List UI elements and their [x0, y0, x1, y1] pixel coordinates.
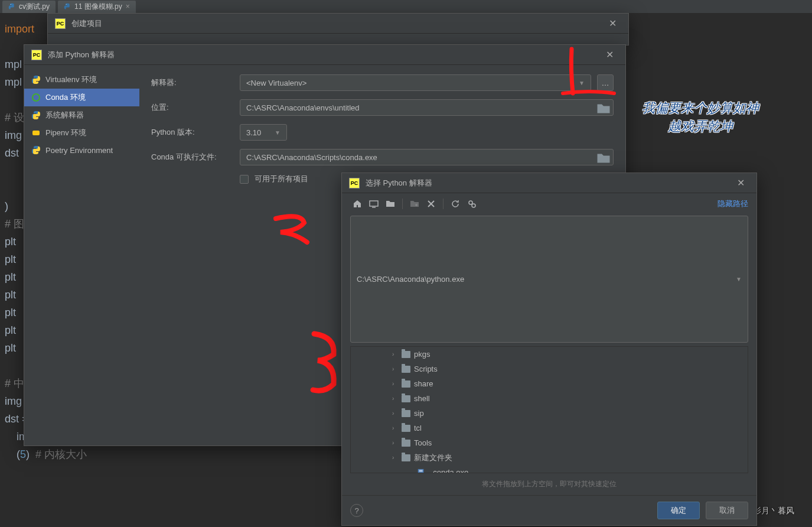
poetry-icon — [31, 145, 41, 155]
editor-tab-bar: cv测试.py 11 图像模糊.py × — [0, 0, 812, 13]
pycharm-icon: PC — [55, 18, 66, 29]
python-icon — [8, 3, 15, 10]
help-button[interactable]: ? — [350, 504, 363, 517]
expand-icon: › — [392, 395, 398, 402]
tree-item-label: pkgs — [414, 350, 430, 359]
svg-point-1 — [66, 4, 67, 5]
folder-icon — [402, 440, 410, 447]
python-icon — [31, 110, 41, 120]
tree-item-label: 新建文件夹 — [414, 453, 452, 463]
sidebar-item-poetry[interactable]: Poetry Environment — [24, 142, 139, 158]
chevron-down-icon: ▼ — [579, 80, 585, 86]
svg-rect-8 — [419, 470, 423, 470]
folder-icon — [402, 410, 410, 417]
pycharm-icon: PC — [349, 178, 360, 188]
sidebar-item-pipenv[interactable]: Pipenv 环境 — [24, 124, 139, 142]
tab-label: 11 图像模糊.py — [74, 2, 122, 12]
expand-icon: › — [392, 440, 398, 446]
sidebar-item-label: Virtualenv 环境 — [45, 74, 97, 85]
new-folder-button — [407, 197, 422, 211]
svg-rect-4 — [370, 201, 378, 206]
tree-folder[interactable]: ›Tools — [351, 435, 748, 450]
refresh-button[interactable] — [448, 197, 462, 211]
folder-icon — [402, 454, 410, 461]
close-button[interactable]: ✕ — [604, 15, 621, 31]
close-button[interactable]: ✕ — [732, 175, 749, 191]
interpreter-combo[interactable]: <New Virtualenv> ▼ — [240, 74, 591, 91]
tree-item-label: Scripts — [414, 365, 438, 373]
tab-label: cv测试.py — [19, 2, 50, 12]
svg-rect-9 — [419, 471, 423, 471]
folder-icon — [402, 351, 410, 358]
sidebar-item-label: 系统解释器 — [45, 110, 84, 121]
folder-icon — [402, 425, 410, 432]
close-icon[interactable]: × — [126, 2, 130, 11]
interpreter-label: 解释器: — [151, 77, 234, 88]
path-input[interactable]: C:\ASRC\Anaconda\python.exe ▼ — [350, 216, 748, 343]
expand-icon: › — [392, 366, 398, 372]
conda-icon — [31, 93, 41, 102]
tree-item-label: Tools — [414, 438, 432, 447]
desktop-button[interactable] — [367, 197, 381, 211]
hide-path-link[interactable]: 隐藏路径 — [718, 199, 748, 209]
tree-item-label: sip — [414, 409, 424, 418]
chevron-down-icon: ▼ — [275, 129, 281, 136]
python-icon — [31, 75, 41, 84]
tree-folder[interactable]: ›新建文件夹 — [351, 450, 748, 465]
location-label: 位置: — [151, 102, 234, 113]
svg-point-2 — [32, 94, 40, 101]
tree-folder[interactable]: ›sip — [351, 406, 748, 421]
svg-point-5 — [469, 201, 472, 204]
sidebar-item-virtualenv[interactable]: Virtualenv 环境 — [24, 71, 139, 89]
sidebar-item-label: Pipenv 环境 — [45, 128, 86, 138]
select-interpreter-dialog: PC 选择 Python 解释器 ✕ 隐藏路径 C:\ASRC\Anaconda… — [341, 173, 757, 526]
tree-folder[interactable]: ›pkgs — [351, 347, 748, 362]
editor-tab[interactable]: cv测试.py — [2, 1, 56, 13]
pyversion-label: Python 版本: — [151, 127, 234, 138]
folder-icon — [402, 395, 410, 402]
svg-rect-3 — [32, 131, 40, 135]
expand-icon: › — [392, 351, 398, 357]
close-button[interactable]: ✕ — [601, 47, 618, 63]
expand-icon: › — [392, 425, 398, 431]
tree-file[interactable]: _conda.exe — [351, 465, 748, 473]
tree-item-label: tcl — [414, 424, 422, 432]
folder-icon[interactable] — [596, 151, 611, 165]
create-project-dialog: PC 创建项目 ✕ — [47, 13, 629, 45]
cancel-button[interactable]: 取消 — [706, 502, 748, 519]
file-tree[interactable]: ›pkgs›Scripts›share›shell›sip›tcl›Tools›… — [350, 346, 748, 473]
conda-exe-input[interactable]: C:\ASRC\Anaconda\Scripts\conda.exe — [240, 149, 614, 165]
drop-hint: 将文件拖放到上方空间，即可对其快速定位 — [342, 473, 756, 495]
tree-folder[interactable]: ›share — [351, 376, 748, 391]
dialog-title: 选择 Python 解释器 — [366, 178, 432, 188]
pycharm-icon: PC — [31, 50, 42, 60]
tree-folder[interactable]: ›Scripts — [351, 362, 748, 376]
folder-icon — [402, 380, 410, 388]
all-projects-checkbox[interactable] — [240, 175, 249, 184]
expand-icon: › — [392, 454, 398, 461]
pipenv-icon — [31, 128, 41, 138]
sidebar-item-label: Poetry Environment — [45, 146, 113, 155]
show-hidden-button[interactable] — [465, 197, 479, 211]
browse-button[interactable]: … — [597, 74, 614, 91]
svg-point-6 — [472, 204, 475, 207]
sidebar-item-label: Conda 环境 — [45, 92, 86, 103]
location-input[interactable]: C:\ASRC\Anaconda\envs\untitled — [240, 99, 614, 116]
python-icon — [64, 3, 71, 10]
sidebar-item-system[interactable]: 系统解释器 — [24, 106, 139, 124]
dialog-title: 添加 Python 解释器 — [48, 50, 115, 60]
tree-folder[interactable]: ›tcl — [351, 421, 748, 435]
svg-point-0 — [11, 4, 11, 5]
tree-item-label: _conda.exe — [429, 468, 468, 473]
home-button[interactable] — [350, 197, 364, 211]
all-projects-label: 可用于所有项目 — [255, 174, 308, 184]
sidebar-item-conda[interactable]: Conda 环境 — [24, 89, 139, 106]
project-button[interactable] — [383, 197, 397, 211]
pyversion-combo[interactable]: 3.10 ▼ — [240, 124, 287, 141]
editor-tab[interactable]: 11 图像模糊.py × — [58, 1, 136, 13]
folder-icon[interactable] — [596, 102, 611, 116]
ok-button[interactable]: 确定 — [657, 502, 700, 519]
delete-button[interactable] — [424, 197, 438, 211]
dialog-title: 创建项目 — [71, 18, 102, 29]
tree-folder[interactable]: ›shell — [351, 391, 748, 406]
